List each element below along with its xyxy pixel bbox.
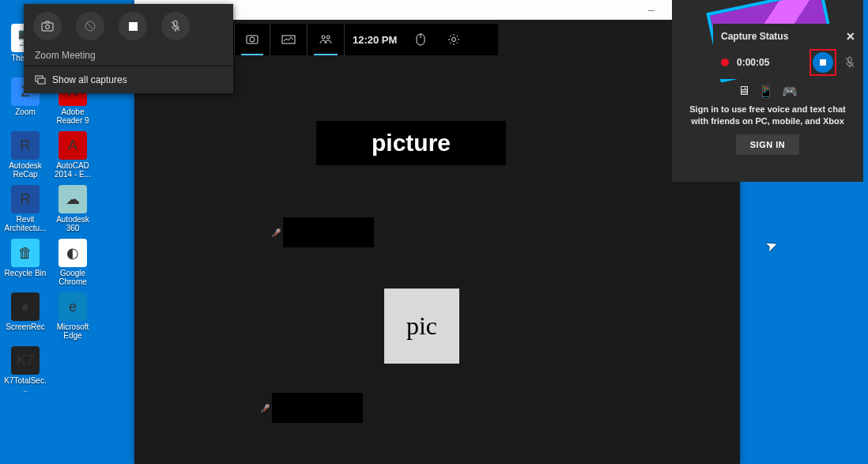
minimize-button[interactable]: ─ bbox=[636, 2, 667, 18]
icon-label: Adobe Reader 9 bbox=[51, 108, 95, 125]
app-icon: ☁ bbox=[58, 185, 87, 213]
signin-prompt-text: Sign in to use free voice and text chat … bbox=[681, 104, 854, 128]
icon-label: Google Chrome bbox=[51, 269, 95, 286]
record-last-button[interactable] bbox=[76, 12, 104, 40]
capture-buttons-row bbox=[24, 4, 233, 48]
main-video-label: picture bbox=[372, 130, 451, 157]
desktop-icon[interactable]: eMicrosoft Edge bbox=[51, 292, 95, 340]
show-all-captures-label: Show all captures bbox=[52, 74, 127, 85]
participant-tile-2: 🎤̸ bbox=[272, 393, 363, 423]
capture-status-title: Capture Status bbox=[721, 31, 788, 42]
icon-label: Zoom bbox=[3, 108, 47, 116]
close-icon[interactable]: ✕ bbox=[846, 30, 855, 43]
app-icon: A bbox=[58, 131, 87, 160]
desktop-icon[interactable]: AAutoCAD 2014 - E... bbox=[51, 131, 95, 179]
svg-point-6 bbox=[322, 36, 325, 39]
sign-in-button[interactable]: SIGN IN bbox=[736, 134, 799, 155]
desktop-icon[interactable]: RRevit Architectu... bbox=[3, 185, 47, 232]
recording-elapsed: 0:00:05 bbox=[737, 57, 802, 68]
desktop-icon[interactable]: ◐Google Chrome bbox=[51, 239, 95, 286]
app-icon: R bbox=[11, 131, 40, 160]
mouse-icon[interactable] bbox=[405, 24, 436, 55]
device-icons-row: 🖥 📱 🎮 bbox=[681, 84, 854, 99]
capture-source-title: Zoom Meeting bbox=[24, 48, 233, 66]
mic-toggle-button[interactable] bbox=[161, 12, 190, 40]
app-icon: e bbox=[58, 292, 87, 321]
desktop-icon[interactable]: ☁Autodesk 360 bbox=[51, 185, 95, 232]
icon-label: ScreenRec bbox=[3, 323, 47, 331]
icon-label: Autodesk 360 bbox=[51, 215, 95, 232]
participant-tile-1: 🎤̸ bbox=[283, 217, 374, 247]
svg-point-7 bbox=[326, 36, 330, 39]
app-icon: 🗑 bbox=[11, 239, 40, 267]
mic-muted-icon: 🎤̸ bbox=[260, 404, 270, 413]
icon-label: Autodesk ReCap bbox=[3, 161, 47, 179]
svg-rect-16 bbox=[38, 78, 45, 84]
stop-recording-highlight bbox=[810, 49, 836, 76]
desktop-icon[interactable]: ●ScreenRec bbox=[3, 292, 47, 331]
console-icon: 🎮 bbox=[782, 84, 798, 99]
icon-label: Recycle Bin bbox=[3, 269, 47, 277]
desktop-icon[interactable]: 🗑Recycle Bin bbox=[3, 239, 47, 277]
pc-icon: 🖥 bbox=[738, 84, 750, 99]
svg-point-10 bbox=[452, 38, 456, 42]
svg-point-4 bbox=[250, 37, 255, 42]
xbox-social-icon[interactable] bbox=[308, 24, 345, 55]
participant-avatar: pic bbox=[384, 289, 459, 364]
capture-status-widget: Capture Status ✕ 0:00:05 bbox=[713, 24, 863, 79]
icon-label: K7TotalSec... bbox=[3, 376, 47, 394]
mic-toggle-button[interactable] bbox=[844, 56, 855, 69]
svg-rect-11 bbox=[42, 23, 53, 31]
stop-recording-button[interactable] bbox=[119, 12, 147, 40]
desktop-icon[interactable]: RAutodesk ReCap bbox=[3, 131, 47, 179]
settings-icon[interactable] bbox=[436, 24, 471, 55]
mobile-icon: 📱 bbox=[758, 84, 774, 99]
icon-label: Revit Architectu... bbox=[3, 215, 47, 232]
performance-icon[interactable] bbox=[270, 24, 308, 55]
app-icon: ● bbox=[11, 292, 40, 321]
gallery-icon bbox=[35, 75, 46, 85]
app-icon: R bbox=[11, 185, 40, 213]
main-video-tile: picture bbox=[316, 121, 506, 165]
svg-point-12 bbox=[46, 25, 50, 29]
app-icon: ◐ bbox=[58, 239, 87, 267]
capture-icon[interactable] bbox=[235, 24, 270, 55]
avatar-label: pic bbox=[406, 311, 437, 341]
clock-time: 12:20 PM bbox=[353, 34, 397, 46]
icon-label: Microsoft Edge bbox=[51, 323, 95, 340]
app-icon: K7 bbox=[11, 346, 40, 375]
icon-label: AutoCAD 2014 - E... bbox=[51, 161, 95, 179]
mic-muted-icon: 🎤̸ bbox=[271, 228, 281, 237]
screenshot-button[interactable] bbox=[33, 12, 62, 40]
show-all-captures-link[interactable]: Show all captures bbox=[24, 66, 233, 93]
mouse-cursor: ➤ bbox=[763, 236, 780, 256]
stop-recording-button[interactable] bbox=[813, 52, 833, 73]
clock: 12:20 PM bbox=[345, 24, 405, 55]
desktop-icon[interactable]: K7K7TotalSec... bbox=[3, 346, 47, 394]
capture-widget: Zoom Meeting Show all captures bbox=[24, 4, 233, 93]
recording-indicator-icon bbox=[721, 58, 729, 66]
